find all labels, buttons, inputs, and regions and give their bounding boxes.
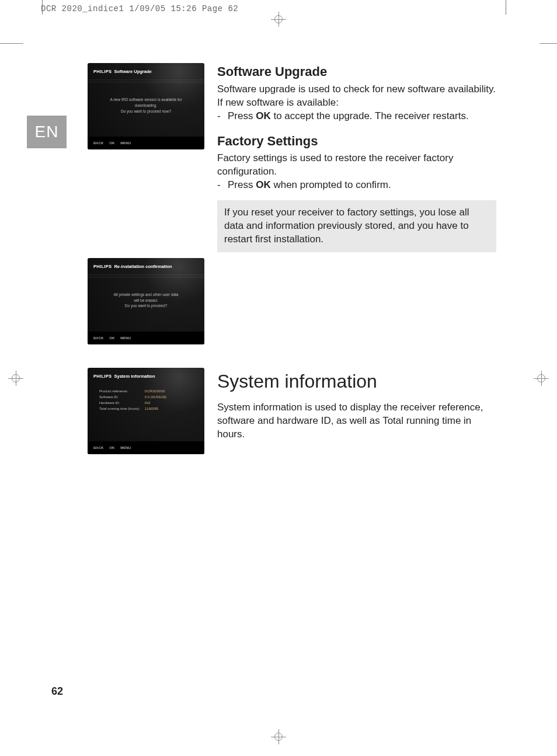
softkey-back: BACK bbox=[93, 141, 103, 145]
softkey-menu: MENU bbox=[120, 141, 131, 145]
trim-mark-right bbox=[539, 43, 557, 44]
list-item: - Press OK to accept the upgrade. The re… bbox=[217, 110, 496, 123]
screen-msg-line: All private settings and other user data bbox=[93, 292, 199, 298]
screen-msg-line: Do you want to proceed now? bbox=[93, 109, 199, 114]
softkey-back: BACK bbox=[93, 336, 103, 340]
li-text: to accept the upgrade. The receiver rest… bbox=[271, 110, 469, 121]
language-tab: EN bbox=[27, 116, 67, 148]
heading-factory-settings: Factory Settings bbox=[217, 133, 496, 150]
screenshot-system-information: PHILIPS System information Product refer… bbox=[88, 368, 204, 454]
registration-mark-bottom bbox=[271, 729, 286, 744]
softkey-ok: OK bbox=[109, 141, 114, 145]
screen-title: Re-installation confirmation bbox=[114, 264, 172, 269]
sysinfo-table: Product reference:DCR2020/03 Software ID… bbox=[98, 388, 171, 412]
brand-label: PHILIPS bbox=[93, 264, 112, 269]
brand-label: PHILIPS bbox=[93, 69, 112, 74]
page-number: 62 bbox=[51, 685, 63, 698]
screen-title: Software Upgrade bbox=[114, 69, 151, 74]
page-content: PHILIPS Software Upgrade A new IRD softw… bbox=[88, 63, 496, 467]
softkey-menu: MENU bbox=[120, 336, 131, 340]
registration-mark-left bbox=[8, 371, 23, 386]
registration-mark-top bbox=[271, 12, 286, 27]
screen-msg-line: A new IRD software version is available … bbox=[93, 97, 199, 103]
li-bold: OK bbox=[256, 110, 271, 121]
softkey-menu: MENU bbox=[120, 446, 131, 450]
screen-msg-line: Do you want to proceed? bbox=[93, 303, 199, 309]
li-text: Press bbox=[228, 110, 256, 121]
screenshot-reinstallation: PHILIPS Re-installation confirmation All… bbox=[88, 258, 204, 344]
heading-software-upgrade: Software Upgrade bbox=[217, 63, 496, 81]
softkey-ok: OK bbox=[109, 446, 114, 450]
softkey-back: BACK bbox=[93, 446, 103, 450]
paragraph: If new software is available: bbox=[217, 96, 496, 110]
paragraph: System information is used to display th… bbox=[217, 401, 496, 441]
brand-label: PHILIPS bbox=[93, 374, 112, 379]
softkey-ok: OK bbox=[109, 336, 114, 340]
heading-system-information: System information bbox=[217, 369, 496, 394]
screenshot-software-upgrade: PHILIPS Software Upgrade A new IRD softw… bbox=[88, 63, 204, 149]
screen-msg-line: will be erased. bbox=[93, 298, 199, 304]
registration-mark-right bbox=[534, 371, 549, 386]
screen-title: System information bbox=[114, 374, 155, 379]
screen-msg-line: downloading. bbox=[93, 103, 199, 109]
trim-mark-left bbox=[0, 43, 23, 44]
paragraph: Software upgrade is used to check for ne… bbox=[217, 83, 496, 96]
